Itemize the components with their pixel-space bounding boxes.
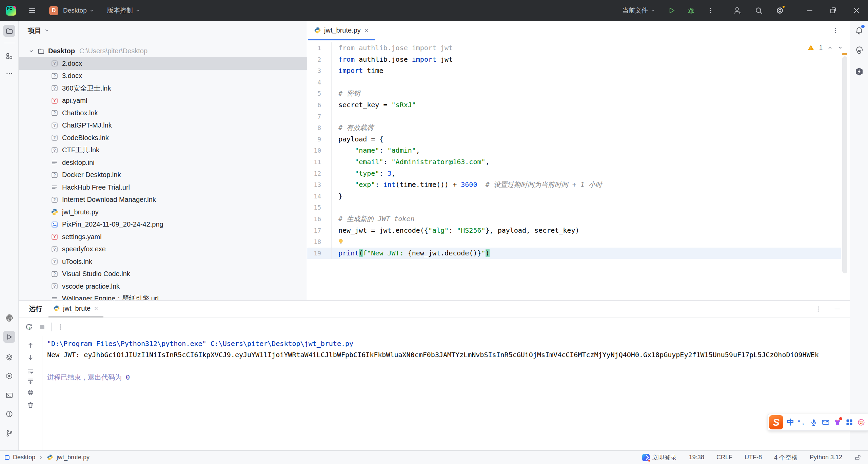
intention-bulb-icon[interactable]	[337, 238, 344, 245]
hide-panel-icon[interactable]	[833, 305, 841, 313]
status-indent[interactable]: 4 个空格	[774, 453, 797, 462]
tree-item[interactable]: ChatGPT-MJ.lnk	[19, 119, 307, 132]
search-icon[interactable]	[754, 6, 763, 15]
tree-item[interactable]: PixPin_2024-11-09_20-24-42.png	[19, 218, 307, 231]
notifications-bell-icon[interactable]	[853, 24, 865, 37]
print-icon[interactable]	[27, 389, 34, 396]
tree-item[interactable]: 360安全卫士.lnk	[19, 82, 307, 95]
clear-console-icon[interactable]	[27, 401, 34, 409]
ime-mic-icon[interactable]	[810, 418, 818, 426]
editor-scrollbar[interactable]	[842, 56, 847, 273]
project-panel-header[interactable]: 项目	[19, 21, 307, 40]
debug-button[interactable]	[687, 6, 695, 15]
code-line[interactable]: 1from authlib.jose import jwt	[307, 42, 841, 54]
services-icon[interactable]	[3, 351, 15, 363]
status-line-ending[interactable]: CRLF	[716, 454, 732, 461]
ime-punctuation-mode[interactable]: °，	[798, 419, 806, 426]
close-tab-icon[interactable]	[364, 28, 369, 33]
tree-item[interactable]: Internet Download Manager.lnk	[19, 194, 307, 206]
terminal-icon[interactable]	[3, 389, 15, 401]
breadcrumb-root[interactable]: Desktop	[13, 454, 35, 461]
tree-item[interactable]: Wallpaper Engine：壁纸引擎.url	[19, 293, 307, 301]
version-control-icon[interactable]	[3, 427, 15, 439]
tree-item[interactable]: speedyfox.exe	[19, 243, 307, 256]
vcs-menu[interactable]: 版本控制	[107, 6, 140, 15]
python-console-icon[interactable]	[3, 312, 15, 324]
tree-item[interactable]: Docker Desktop.lnk	[19, 169, 307, 181]
status-interpreter[interactable]: Python 3.12	[810, 454, 842, 461]
tree-item[interactable]: api.yaml	[19, 95, 307, 107]
more-tools-icon[interactable]	[3, 67, 15, 80]
console-output[interactable]: "D:\Program Files\Python312\python.exe" …	[43, 338, 850, 450]
more-actions-icon[interactable]	[706, 6, 714, 15]
project-tool-icon[interactable]	[3, 25, 15, 37]
run-panel-options-icon[interactable]	[814, 305, 822, 313]
soft-wrap-icon[interactable]	[27, 367, 34, 375]
plugin-badge-icon[interactable]	[853, 65, 865, 78]
tree-item[interactable]: uTools.lnk	[19, 255, 307, 268]
restore-button[interactable]	[821, 0, 845, 21]
tree-item[interactable]: 2.docx	[19, 57, 307, 70]
code-line[interactable]: 7	[307, 111, 841, 122]
lock-open-icon[interactable]	[854, 454, 861, 461]
scrollbar-warning-mark[interactable]	[842, 53, 847, 55]
main-menu-icon[interactable]	[28, 6, 36, 15]
code-line[interactable]: 6secret_key = "sRxJ"	[307, 99, 841, 111]
tree-root-desktop[interactable]: Desktop C:\Users\piter\Desktop	[19, 45, 307, 57]
status-time[interactable]: 19:38	[689, 454, 704, 461]
expand-chevron-icon[interactable]	[28, 49, 34, 54]
run-configuration-selector[interactable]: 当前文件	[622, 6, 655, 15]
status-encoding[interactable]: UTF-8	[745, 454, 762, 461]
ime-keyboard-icon[interactable]	[822, 418, 830, 426]
code-line[interactable]: 19print(f"New JWT: {new_jwt.decode()}")	[307, 248, 841, 259]
code-line[interactable]: 16# 生成新的 JWT token	[307, 213, 841, 225]
code-line[interactable]: 11 "email": "Administrator@163.com",	[307, 156, 841, 168]
project-avatar[interactable]: D	[49, 6, 58, 15]
tree-item[interactable]: Chatbox.lnk	[19, 107, 307, 119]
ime-emoji-icon[interactable]	[857, 418, 865, 426]
rerun-icon[interactable]	[25, 323, 33, 331]
breadcrumb-file[interactable]: jwt_brute.py	[57, 454, 90, 461]
code-line[interactable]: 2from authlib.jose import jwt	[307, 54, 841, 65]
stop-icon[interactable]	[38, 323, 46, 331]
sogou-logo-icon[interactable]: S	[769, 415, 783, 429]
tree-item[interactable]: 3.docx	[19, 70, 307, 82]
pycharm-logo-icon[interactable]: PC	[6, 6, 16, 16]
code-line[interactable]: 15	[307, 202, 841, 213]
code-line[interactable]: 8# 有效载荷	[307, 122, 841, 134]
ime-language-mode[interactable]: 中	[787, 418, 794, 427]
code-line[interactable]: 5# 密钥	[307, 88, 841, 99]
ime-skin-icon[interactable]	[833, 418, 842, 426]
tree-item[interactable]: vscode practice.lnk	[19, 280, 307, 293]
code-line[interactable]: 10 "name": "admin",	[307, 145, 841, 156]
add-user-icon[interactable]	[733, 6, 742, 15]
tree-item[interactable]: settings.yaml	[19, 231, 307, 243]
tree-item[interactable]: desktop.ini	[19, 156, 307, 169]
login-widget[interactable]: 立即登录	[642, 453, 677, 462]
tree-item[interactable]: Visual Studio Code.lnk	[19, 268, 307, 281]
minimize-button[interactable]	[798, 0, 821, 21]
code-editor[interactable]: 1from authlib.jose import jwt2from authl…	[307, 40, 841, 300]
code-line[interactable]: 17new_jwt = jwt.encode({"alg": "HS256"},…	[307, 225, 841, 236]
code-line[interactable]: 4	[307, 77, 841, 88]
run-button[interactable]	[668, 6, 676, 15]
tree-item[interactable]: CTF工具.lnk	[19, 144, 307, 157]
ai-assistant-icon[interactable]	[853, 45, 865, 57]
code-line[interactable]: 9payload = {	[307, 134, 841, 145]
tab-jwt-brute-py[interactable]: jwt_brute.py	[308, 21, 375, 40]
code-line[interactable]: 12 "type": 3,	[307, 168, 841, 179]
code-line[interactable]: 18	[307, 236, 841, 248]
console-more-icon[interactable]	[57, 323, 64, 331]
problems-icon[interactable]	[3, 408, 15, 420]
down-stacktrace-icon[interactable]	[27, 354, 34, 361]
settings-gear-icon[interactable]	[775, 6, 784, 15]
tree-item[interactable]: CodeBlocks.lnk	[19, 132, 307, 144]
run-tab-jwt-brute[interactable]: jwt_brute	[48, 301, 103, 317]
project-selector[interactable]: Desktop	[63, 7, 94, 14]
tree-item[interactable]: jwt_brute.py	[19, 206, 307, 218]
run-tool-icon[interactable]	[3, 331, 15, 343]
code-line[interactable]: 13 "exp": int(time.time()) + 3600 # 设置过期…	[307, 179, 841, 191]
plugins-icon[interactable]	[3, 50, 15, 62]
up-stacktrace-icon[interactable]	[27, 342, 34, 349]
editor-options-icon[interactable]	[831, 26, 840, 35]
